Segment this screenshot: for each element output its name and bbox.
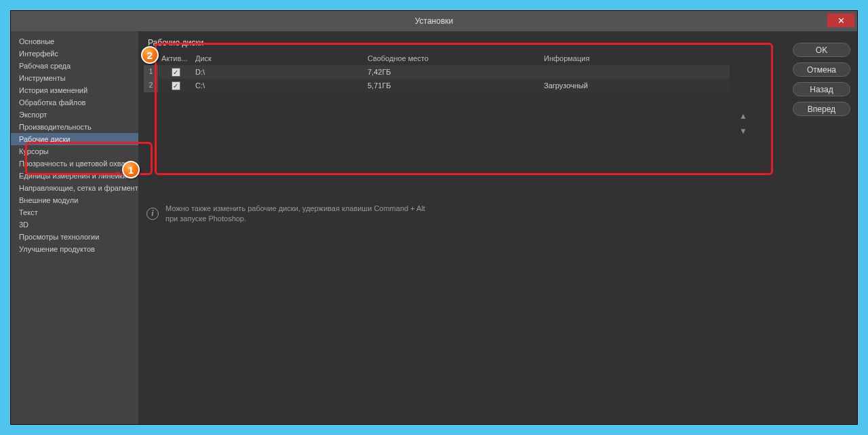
table-row[interactable]: 2 ✓ C:\ 5,71ГБ Загрузочный [144, 79, 730, 92]
sidebar-item-general[interactable]: Основные [11, 35, 138, 48]
sidebar-item-tools[interactable]: Инструменты [11, 72, 138, 84]
scratch-disks-panel: Рабочие диски Актив... Диск Свободное ме… [144, 37, 730, 92]
th-free: Свободное место [368, 54, 544, 62]
checkbox-active[interactable]: ✓ [172, 68, 180, 77]
sidebar-item-tech-previews[interactable]: Просмотры технологии [11, 231, 138, 243]
th-info: Информация [544, 54, 730, 62]
titlebar: Установки ✕ [11, 11, 857, 31]
cancel-button[interactable]: Отмена [793, 62, 850, 77]
dialog-buttons: OK Отмена Назад Вперед [786, 37, 857, 424]
sidebar-item-file-handling[interactable]: Обработка файлов [11, 96, 138, 109]
sidebar-item-product-improvement[interactable]: Улучшение продуктов [11, 243, 138, 255]
move-up-button[interactable]: ▲ [738, 111, 749, 121]
cell-free: 5,71ГБ [368, 81, 544, 90]
cell-free: 7,42ГБ [368, 68, 544, 76]
sidebar-item-workspace[interactable]: Рабочая среда [11, 60, 138, 72]
sidebar-item-guides[interactable]: Направляющие, сетка и фрагменты [11, 182, 138, 194]
cell-disk: C:\ [193, 81, 368, 90]
close-button[interactable]: ✕ [827, 14, 854, 27]
sidebar-item-performance[interactable]: Производительность [11, 121, 138, 133]
sidebar-item-history[interactable]: История изменений [11, 84, 138, 96]
sidebar-item-scratch-disks[interactable]: Рабочие диски [11, 133, 138, 145]
close-icon: ✕ [837, 16, 845, 26]
sidebar: Основные Интерфейс Рабочая среда Инструм… [11, 31, 138, 424]
preferences-window: Установки ✕ Основные Интерфейс Рабочая с… [10, 10, 858, 425]
cell-disk: D:\ [193, 68, 368, 76]
move-down-button[interactable]: ▼ [738, 126, 749, 136]
window-title: Установки [415, 16, 453, 26]
sidebar-item-export[interactable]: Экспорт [11, 109, 138, 121]
sidebar-item-cursors[interactable]: Курсоры [11, 145, 138, 157]
checkbox-active[interactable]: ✓ [172, 81, 180, 90]
section-title: Рабочие диски [144, 37, 730, 52]
sidebar-item-interface[interactable]: Интерфейс [11, 48, 138, 60]
info-line: Можно также изменить рабочие диски, удер… [165, 204, 425, 214]
row-number: 2 [144, 79, 159, 92]
prev-button[interactable]: Назад [793, 82, 850, 96]
th-disk: Диск [193, 54, 368, 62]
sidebar-item-units[interactable]: Единицы измерения и линейки [11, 170, 138, 182]
next-button[interactable]: Вперед [793, 102, 850, 116]
info-line: при запуске Photoshop. [165, 214, 425, 224]
th-active: Актив... [159, 54, 193, 62]
annotation-badge-2: 2 [141, 46, 159, 64]
row-number: 1 [144, 65, 159, 79]
scratch-disks-table: Актив... Диск Свободное место Информация… [144, 52, 730, 92]
info-note: i Можно также изменить рабочие диски, уд… [144, 194, 786, 224]
cell-info: Загрузочный [544, 81, 730, 90]
sidebar-item-3d[interactable]: 3D [11, 219, 138, 231]
sidebar-item-type[interactable]: Текст [11, 206, 138, 219]
info-icon: i [146, 208, 159, 220]
sidebar-item-transparency[interactable]: Прозрачность и цветовой охват [11, 157, 138, 170]
table-row[interactable]: 1 ✓ D:\ 7,42ГБ [144, 65, 730, 79]
sidebar-item-plugins[interactable]: Внешние модули [11, 194, 138, 206]
ok-button[interactable]: OK [793, 43, 850, 57]
annotation-badge-1: 1 [122, 161, 140, 178]
